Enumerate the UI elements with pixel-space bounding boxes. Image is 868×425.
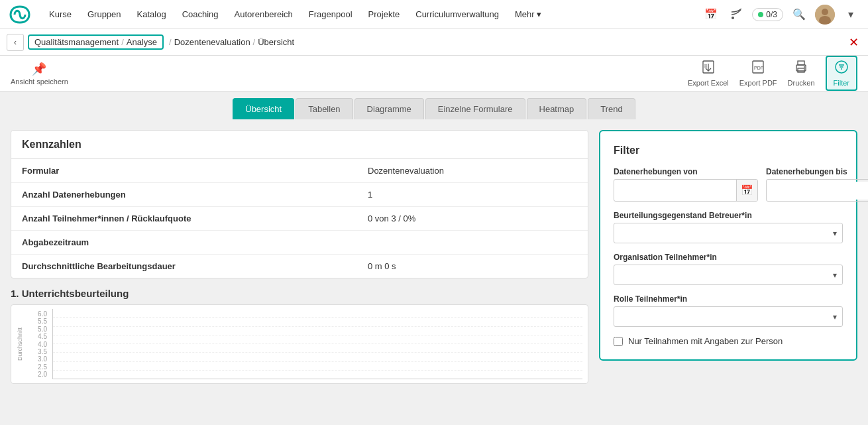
filter-date-to-label: Datenerhebungen bis: [766, 167, 868, 176]
chart-y-3.5: 3.5: [38, 348, 47, 355]
filter-date-from-input-row: 📅: [614, 179, 758, 202]
topnav-right: 📅 0/3 🔍 ▾: [702, 5, 860, 25]
app-logo[interactable]: [8, 3, 32, 27]
nav-autorenbereich[interactable]: Autorenbereich: [228, 5, 299, 23]
nav-katalog[interactable]: Katalog: [131, 5, 173, 23]
svg-rect-12: [798, 68, 804, 72]
kennzahlen-title: Kennzahlen: [11, 131, 588, 159]
breadcrumb-extra: / Dozentenevaluation / Übersicht: [169, 37, 294, 47]
chart-y-5.5: 5.5: [38, 318, 47, 325]
filter-rolle-label: Rolle Teilnehmer*in: [614, 294, 843, 304]
nav-coaching[interactable]: Coaching: [176, 5, 225, 23]
filter-organisation-label: Organisation Teilnehmer*in: [614, 253, 843, 262]
toolbar: 📌 Ansicht speichern Export Excel PDF: [0, 56, 868, 91]
calendar-icon[interactable]: 📅: [702, 5, 720, 24]
user-avatar[interactable]: [815, 5, 835, 25]
chart-y-6.0: 6.0: [38, 310, 47, 318]
kenn-row-bearbeitung: Durchschnittliche Bearbeitungsdauer 0 m …: [11, 255, 588, 278]
kennzahlen-card: Kennzahlen Formular Dozentenevaluation A…: [11, 130, 588, 278]
breadcrumb-sep-2: /: [169, 37, 172, 47]
svg-point-2: [822, 9, 828, 15]
kenn-value-abgabe: [357, 231, 588, 255]
kenn-value-bearbeitung: 0 m 0 s: [357, 255, 588, 278]
nav-fragenpool[interactable]: Fragenpool: [302, 5, 359, 23]
kenn-label-formular: Formular: [11, 159, 357, 183]
rolle-chevron-icon: ▾: [828, 312, 842, 322]
kenn-row-formular: Formular Dozentenevaluation: [11, 159, 588, 183]
chart-y-2.0: 2.0: [38, 371, 47, 378]
chart-body: [52, 309, 582, 379]
filter-date-to-input[interactable]: [767, 182, 868, 200]
breadcrumb-sep-1: /: [121, 37, 124, 47]
export-excel-button[interactable]: Export Excel: [688, 60, 729, 87]
svg-point-0: [732, 17, 734, 19]
nav-mehr[interactable]: Mehr ▾: [508, 5, 548, 23]
filter-beurteilung-select[interactable]: [614, 223, 828, 243]
chart-y-4.0: 4.0: [38, 341, 47, 348]
main-area: Kennzahlen Formular Dozentenevaluation A…: [0, 119, 868, 424]
save-view-button[interactable]: 📌 Ansicht speichern: [11, 62, 68, 86]
breadcrumb-close-button[interactable]: ✕: [846, 32, 861, 52]
nav-projekte[interactable]: Projekte: [362, 5, 407, 23]
print-icon: [794, 60, 808, 78]
filter-date-from-label: Datenerhebungen von: [614, 167, 758, 176]
breadcrumb-qualitaetsmanagement[interactable]: Qualitätsmanagement: [34, 37, 119, 47]
drucken-button[interactable]: Drucken: [788, 60, 815, 87]
tab-uebersicht[interactable]: Übersicht: [233, 98, 294, 119]
rss-icon[interactable]: [727, 5, 745, 24]
content-panel: Kennzahlen Formular Dozentenevaluation A…: [11, 130, 588, 413]
user-menu-chevron[interactable]: ▾: [841, 5, 860, 24]
breadcrumb-bar: ‹ Qualitätsmanagement / Analyse / Dozent…: [0, 29, 868, 56]
filter-organisation-select[interactable]: [614, 265, 828, 284]
chart-y-label: Durchschnitt: [17, 328, 23, 361]
drucken-label: Drucken: [788, 79, 815, 87]
breadcrumb-analyse[interactable]: Analyse: [127, 37, 157, 47]
filter-teilnahmen-checkbox[interactable]: [614, 337, 623, 346]
kenn-row-abgabe: Abgabezeitraum: [11, 231, 588, 255]
chart-y-2.5: 2.5: [38, 363, 47, 371]
export-pdf-label: Export PDF: [739, 79, 777, 87]
kenn-label-abgabe: Abgabezeitraum: [11, 231, 357, 255]
chart-y-5.0: 5.0: [38, 326, 47, 333]
filter-checkbox-label: Nur Teilnahmen mit Angaben zur Person: [628, 336, 783, 346]
tab-tabellen[interactable]: Tabellen: [296, 98, 353, 119]
svg-rect-11: [798, 61, 804, 65]
filter-date-to-field: Datenerhebungen bis 📅: [766, 167, 868, 202]
filter-checkbox-row: Nur Teilnahmen mit Angaben zur Person: [614, 336, 843, 346]
nav-kurse[interactable]: Kurse: [42, 5, 78, 23]
export-pdf-icon: PDF: [751, 60, 765, 78]
kenn-value-formular: Dozentenevaluation: [357, 159, 588, 183]
tabs-bar: Übersicht Tabellen Diagramme Einzelne Fo…: [0, 91, 868, 119]
filter-date-from-calendar-button[interactable]: 📅: [736, 180, 757, 201]
filter-organisation-select-row: ▾: [614, 265, 843, 285]
tab-diagramme[interactable]: Diagramme: [354, 98, 424, 119]
breadcrumb-uebersicht[interactable]: Übersicht: [258, 37, 294, 47]
svg-point-13: [804, 66, 805, 68]
tab-trend[interactable]: Trend: [588, 98, 635, 119]
export-excel-icon: [701, 60, 716, 78]
filter-date-to-input-row: 📅: [766, 179, 868, 202]
filter-rolle-select[interactable]: [614, 307, 828, 326]
search-icon[interactable]: 🔍: [790, 5, 808, 24]
section1-title: 1. Unterrichtsbeurteilung: [11, 278, 588, 304]
tab-heatmap[interactable]: Heatmap: [527, 98, 587, 119]
nav-curriculumverwaltung[interactable]: Curriculumverwaltung: [409, 5, 506, 23]
filter-rolle-select-row: ▾: [614, 306, 843, 327]
breadcrumb-back-button[interactable]: ‹: [7, 34, 24, 51]
kenn-value-anzahl-daten: 1: [357, 183, 588, 207]
beurteilung-chevron-icon: ▾: [828, 229, 842, 238]
filter-date-from-input[interactable]: [614, 182, 736, 200]
nav-gruppen[interactable]: Gruppen: [81, 5, 128, 23]
breadcrumb-tags: Qualitätsmanagement / Analyse: [28, 34, 164, 50]
filter-title: Filter: [614, 145, 843, 156]
export-excel-label: Export Excel: [688, 79, 729, 87]
kenn-row-teilnehmer: Anzahl Teilnehmer*innen / Rücklaufquote …: [11, 207, 588, 231]
filter-button[interactable]: Filter: [826, 56, 857, 91]
export-pdf-button[interactable]: PDF Export PDF: [739, 60, 777, 87]
filter-icon: [834, 60, 849, 78]
notification-badge[interactable]: 0/3: [752, 8, 783, 21]
filter-beurteilung-select-row: ▾: [614, 223, 843, 243]
breadcrumb-dozentenevaluation[interactable]: Dozentenevaluation: [174, 37, 250, 47]
breadcrumb-sep-3: /: [253, 37, 256, 47]
tab-einzelne-formulare[interactable]: Einzelne Formulare: [425, 98, 525, 119]
